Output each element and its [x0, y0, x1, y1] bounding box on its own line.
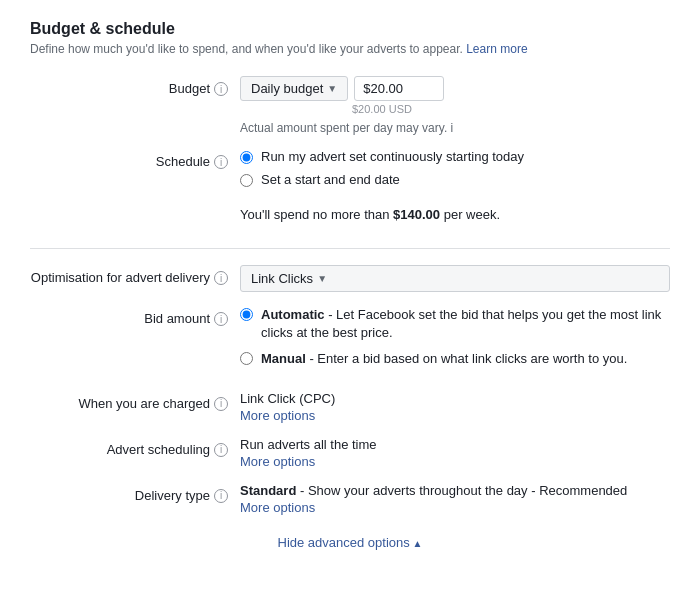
bid-automatic-option[interactable]: Automatic - Let Facebook set the bid tha…	[240, 306, 670, 342]
chevron-down-icon: ▼	[327, 83, 337, 94]
delivery-type-label: Delivery type i	[30, 483, 240, 503]
bid-info-icon[interactable]: i	[214, 312, 228, 326]
bid-amount-content: Automatic - Let Facebook set the bid tha…	[240, 306, 670, 377]
advert-scheduling-value: Run adverts all the time	[240, 437, 670, 452]
hide-advanced-link[interactable]: Hide advanced options	[278, 535, 423, 550]
chevron-down-icon: ▼	[317, 273, 327, 284]
advert-scheduling-row: Advert scheduling i Run adverts all the …	[30, 437, 670, 469]
budget-content: Daily budget ▼ $20.00 USD Actual amount …	[240, 76, 670, 135]
delivery-type-value: Standard - Show your adverts throughout …	[240, 483, 670, 498]
advert-scheduling-label: Advert scheduling i	[30, 437, 240, 457]
when-charged-value: Link Click (CPC)	[240, 391, 670, 406]
delivery-type-more-options[interactable]: More options	[240, 500, 670, 515]
schedule-label: Schedule i	[30, 149, 240, 169]
bid-amount-label: Bid amount i	[30, 306, 240, 326]
delivery-type-content: Standard - Show your adverts throughout …	[240, 483, 670, 515]
optimisation-info-icon[interactable]: i	[214, 271, 228, 285]
optimisation-label: Optimisation for advert delivery i	[30, 265, 240, 285]
delivery-type-row: Delivery type i Standard - Show your adv…	[30, 483, 670, 515]
spend-note: You'll spend no more than $140.00 per we…	[240, 197, 670, 232]
schedule-radio2[interactable]	[240, 174, 253, 187]
schedule-option2-label: Set a start and end date	[261, 172, 400, 187]
bid-amount-row: Bid amount i Automatic - Let Facebook se…	[30, 306, 670, 377]
schedule-option2[interactable]: Set a start and end date	[240, 172, 670, 187]
schedule-content: Run my advert set continuously starting …	[240, 149, 670, 232]
section-divider	[30, 248, 670, 249]
schedule-option1-label: Run my advert set continuously starting …	[261, 149, 524, 164]
schedule-info-icon[interactable]: i	[214, 155, 228, 169]
bid-radio-manual[interactable]	[240, 352, 253, 365]
when-charged-info-icon[interactable]: i	[214, 397, 228, 411]
budget-amount-input[interactable]	[354, 76, 444, 101]
advert-scheduling-info-icon[interactable]: i	[214, 443, 228, 457]
schedule-option1[interactable]: Run my advert set continuously starting …	[240, 149, 670, 164]
budget-usd-label: $20.00 USD	[352, 103, 670, 115]
optimisation-content: Link Clicks ▼	[240, 265, 670, 292]
bid-manual-label: Manual - Enter a bid based on what link …	[261, 350, 627, 368]
when-charged-content: Link Click (CPC) More options	[240, 391, 670, 423]
hide-advanced-section: Hide advanced options	[30, 535, 670, 560]
delivery-type-info-icon[interactable]: i	[214, 489, 228, 503]
advert-scheduling-content: Run adverts all the time More options	[240, 437, 670, 469]
advert-scheduling-more-options[interactable]: More options	[240, 454, 670, 469]
bid-automatic-label: Automatic - Let Facebook set the bid tha…	[261, 306, 670, 342]
budget-type-dropdown[interactable]: Daily budget ▼	[240, 76, 348, 101]
bid-radio-automatic[interactable]	[240, 308, 253, 321]
optimisation-row: Optimisation for advert delivery i Link …	[30, 265, 670, 292]
section-title: Budget & schedule	[30, 20, 670, 38]
budget-vary-note: Actual amount spent per day may vary. i	[240, 121, 670, 135]
bid-manual-option[interactable]: Manual - Enter a bid based on what link …	[240, 350, 670, 368]
learn-more-link[interactable]: Learn more	[466, 42, 527, 56]
budget-label: Budget i	[30, 76, 240, 96]
schedule-row: Schedule i Run my advert set continuousl…	[30, 149, 670, 232]
section-description: Define how much you'd like to spend, and…	[30, 42, 670, 56]
when-charged-more-options[interactable]: More options	[240, 408, 670, 423]
budget-info-icon[interactable]: i	[214, 82, 228, 96]
schedule-radio1[interactable]	[240, 151, 253, 164]
optimisation-dropdown[interactable]: Link Clicks ▼	[240, 265, 670, 292]
budget-row: Budget i Daily budget ▼ $20.00 USD Actua…	[30, 76, 670, 135]
when-charged-row: When you are charged i Link Click (CPC) …	[30, 391, 670, 423]
budget-note-info-icon[interactable]: i	[451, 121, 454, 135]
when-charged-label: When you are charged i	[30, 391, 240, 411]
